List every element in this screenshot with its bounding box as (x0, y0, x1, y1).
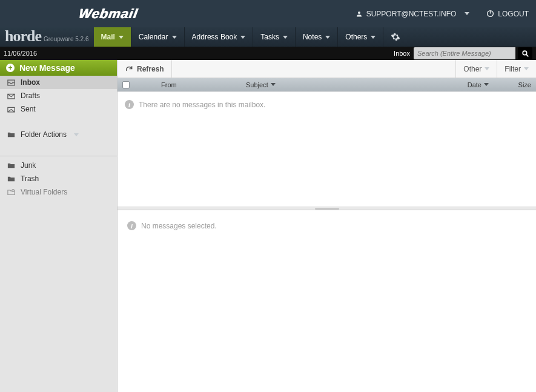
empty-list-text: There are no messages in this mailbox. (139, 101, 265, 109)
user-label: SUPPORT@NCTEST.INFO (366, 10, 457, 18)
column-label: Date (468, 81, 481, 88)
nav-label: Others (345, 33, 367, 41)
new-message-label: New Message (19, 63, 75, 73)
info-icon: i (125, 100, 134, 109)
sidebar-item-label: Trash (21, 174, 39, 183)
sidebar: + New Message Inbox Drafts Sent (0, 60, 117, 392)
sidebar-item-label: Virtual Folders (21, 188, 67, 196)
content: Refresh Other Filter From Subject Date (117, 60, 536, 392)
nav-notes[interactable]: Notes (296, 27, 338, 47)
chevron-down-icon (240, 36, 245, 39)
splitter-handle[interactable] (117, 207, 536, 210)
chevron-down-icon (119, 36, 124, 39)
chevron-down-icon (74, 133, 79, 136)
date-display: 11/06/2016 (4, 50, 37, 57)
column-date[interactable]: Date (421, 81, 494, 88)
sidebar-folder-junk[interactable]: Junk (0, 159, 117, 172)
folder-icon (6, 161, 16, 170)
column-size[interactable]: Size (494, 81, 536, 88)
chevron-down-icon (283, 36, 288, 39)
svg-point-7 (12, 189, 14, 191)
sidebar-item-label: Sent (21, 105, 36, 113)
column-label: Subject (246, 81, 268, 88)
sidebar-item-label: Inbox (21, 78, 40, 87)
message-list: i There are no messages in this mailbox. (117, 91, 536, 207)
logout-label: LOGOUT (498, 10, 529, 18)
refresh-button[interactable]: Refresh (117, 60, 172, 78)
nav-label: Mail (101, 33, 115, 41)
refresh-icon (125, 65, 133, 73)
column-subject[interactable]: Subject (241, 81, 421, 88)
new-message-button[interactable]: + New Message (0, 60, 117, 76)
user-menu[interactable]: SUPPORT@NCTEST.INFO (356, 10, 470, 18)
svg-point-0 (358, 12, 360, 14)
sidebar-item-label: Drafts (21, 91, 40, 100)
sidebar-virtual-folders[interactable]: Virtual Folders (0, 185, 117, 199)
folder-icon (6, 130, 16, 139)
chevron-down-icon (172, 36, 177, 39)
logout-icon (486, 10, 494, 18)
filter-label: Filter (505, 65, 521, 73)
chevron-down-icon (485, 67, 489, 70)
virtual-folder-icon (6, 188, 16, 197)
folder-icon (6, 174, 16, 184)
nav-label: Tasks (260, 33, 279, 41)
nav-tasks[interactable]: Tasks (253, 27, 296, 47)
gear-icon (391, 32, 400, 42)
chevron-down-icon (271, 83, 276, 86)
sidebar-folder-actions[interactable]: Folder Actions (0, 128, 117, 141)
nav-label: Address Book (192, 33, 237, 41)
column-header-row: From Subject Date Size (117, 78, 536, 91)
empty-preview-message: i No messages selected. (117, 210, 536, 241)
search-field-wrap[interactable] (414, 47, 515, 59)
info-icon: i (127, 221, 136, 230)
preview-pane: i No messages selected. (117, 210, 536, 392)
nav-label: Calendar (139, 33, 168, 41)
other-menu[interactable]: Other (455, 60, 497, 78)
main: + New Message Inbox Drafts Sent (0, 60, 536, 392)
info-strip: 11/06/2016 Inbox (0, 47, 536, 60)
sidebar-folder-sent[interactable]: Sent (0, 102, 117, 116)
nav-label: Notes (303, 33, 322, 41)
sidebar-item-label: Folder Actions (21, 130, 67, 139)
chevron-down-icon (484, 83, 489, 86)
app-version: Groupware 5.2.6 (44, 36, 89, 42)
checkbox-icon (122, 81, 130, 88)
sidebar-folder-trash[interactable]: Trash (0, 172, 117, 185)
search-input[interactable] (417, 50, 515, 57)
nav-address-book[interactable]: Address Book (185, 27, 254, 47)
inbox-icon (6, 78, 16, 87)
empty-preview-text: No messages selected. (141, 222, 217, 230)
other-label: Other (463, 65, 481, 73)
column-from[interactable]: From (156, 81, 241, 88)
search-icon (521, 50, 529, 58)
sidebar-folder-drafts[interactable]: Drafts (0, 89, 117, 102)
search-button[interactable] (518, 47, 532, 59)
nav-settings[interactable] (383, 27, 408, 47)
chevron-down-icon (371, 36, 376, 39)
drafts-icon (6, 91, 16, 101)
column-label: Size (518, 81, 531, 88)
sidebar-folder-inbox[interactable]: Inbox (0, 76, 117, 89)
topbar: Webmail SUPPORT@NCTEST.INFO LOGOUT (0, 0, 536, 27)
nav-others[interactable]: Others (338, 27, 383, 47)
chevron-down-icon (325, 36, 330, 39)
webmail-brand: Webmail (78, 6, 139, 22)
current-folder-label: Inbox (394, 50, 410, 57)
svg-point-3 (523, 51, 527, 55)
filter-menu[interactable]: Filter (497, 60, 536, 78)
column-checkbox[interactable] (117, 81, 134, 88)
sidebar-divider (0, 156, 117, 156)
column-label: From (161, 81, 177, 88)
logout-button[interactable]: LOGOUT (486, 10, 529, 18)
horde-logo[interactable]: horde Groupware 5.2.6 (0, 27, 94, 47)
refresh-label: Refresh (137, 65, 164, 73)
nav-calendar[interactable]: Calendar (131, 27, 185, 47)
plus-icon: + (6, 64, 15, 72)
chevron-down-icon (465, 12, 469, 15)
svg-line-4 (526, 55, 528, 56)
navbar: horde Groupware 5.2.6 Mail Calendar Addr… (0, 27, 536, 47)
user-icon (356, 10, 363, 18)
sidebar-item-label: Junk (21, 161, 36, 170)
nav-mail[interactable]: Mail (94, 27, 131, 47)
